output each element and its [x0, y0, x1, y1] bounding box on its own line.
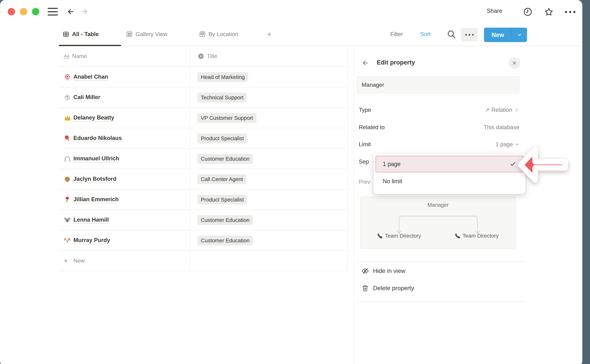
row-value: This database	[484, 124, 519, 130]
dropdown-option-1-page[interactable]: 1 page	[376, 156, 524, 172]
option-label: 1 page	[383, 161, 400, 167]
close-window-button[interactable]	[8, 8, 15, 15]
action-label: Hide in view	[373, 267, 405, 274]
page-name-link[interactable]: Jillian Emmerich	[73, 196, 119, 203]
tab-label: All - Table	[72, 31, 99, 38]
row-label: Limit	[357, 141, 371, 148]
property-name-input[interactable]	[357, 77, 519, 93]
panel-section-divider	[355, 261, 525, 262]
hide-in-view-button[interactable]: Hide in view	[361, 264, 405, 278]
preview-root-label: Manager	[361, 202, 516, 208]
title-tag[interactable]: Product Specialist	[197, 195, 247, 205]
view-options-button[interactable]	[461, 28, 478, 41]
sort-button[interactable]: Sort	[420, 23, 431, 46]
chevron-right-icon	[514, 107, 519, 113]
crown-icon	[64, 114, 71, 122]
add-view-button[interactable]: +	[267, 23, 271, 46]
title-tag[interactable]: Call Center Agent	[197, 174, 246, 184]
updates-clock-icon[interactable]	[523, 7, 532, 17]
panel-close-button[interactable]: ×	[509, 57, 520, 69]
tab-gallery-view[interactable]: Gallery View	[126, 23, 167, 46]
filter-button[interactable]: Filter	[390, 23, 403, 46]
rose-icon	[64, 196, 71, 203]
text-property-icon: Aa	[64, 54, 69, 59]
page-name-link[interactable]: Lenna Hamill	[73, 216, 109, 224]
minimize-window-button[interactable]	[20, 8, 27, 15]
page-name-link[interactable]: Delaney Beatty	[73, 114, 114, 122]
table-row[interactable]: Eduardo Nikolaus Product Specialist	[59, 128, 347, 149]
separate-row-label-clipped: Sep	[359, 156, 369, 168]
panel-back-icon[interactable]	[361, 59, 369, 67]
column-header-title[interactable]: Title	[198, 46, 217, 66]
trash-icon	[361, 284, 369, 292]
title-tag[interactable]: VP Customer Support	[197, 113, 256, 123]
page-name-link[interactable]: Murray Purdy	[73, 237, 110, 244]
new-row-button[interactable]: + New	[59, 251, 347, 271]
forward-arrow-icon[interactable]	[80, 7, 89, 16]
share-button[interactable]: Share	[487, 8, 502, 14]
new-button[interactable]: New	[484, 28, 527, 42]
table-row[interactable]: Immanuel Ullrich Customer Education	[59, 149, 347, 169]
app-window: Share All - Table Gallery View By Locati…	[0, 0, 582, 364]
title-tag[interactable]: Technical Support	[197, 93, 247, 103]
headphones-icon	[64, 155, 71, 162]
new-row-label: New	[73, 258, 85, 264]
table-view-icon	[63, 31, 69, 38]
title-tag[interactable]: Head of Marketing	[197, 72, 248, 82]
dropdown-option-no-limit[interactable]: No limit	[376, 173, 524, 189]
eye-off-icon	[361, 267, 369, 275]
table-row[interactable]: Lenna Hamill Customer Education	[59, 210, 347, 230]
close-icon: ×	[512, 59, 517, 67]
preview-label-clipped: Prev	[359, 176, 370, 188]
limit-dropdown-menu: 1 page No limit	[373, 154, 525, 194]
column-label: Title	[207, 53, 217, 59]
related-to-row[interactable]: Related to This database	[357, 121, 519, 133]
search-icon[interactable]	[446, 29, 457, 39]
cookie-icon	[64, 176, 71, 183]
new-dropdown-button[interactable]	[512, 32, 527, 38]
title-tag[interactable]: Customer Education	[197, 236, 253, 245]
back-arrow-icon[interactable]	[66, 7, 75, 16]
sidebar-menu-icon[interactable]	[48, 8, 58, 15]
new-button-label: New	[484, 32, 512, 38]
table-row[interactable]: Cali Miller Technical Support	[59, 87, 347, 108]
title-tag[interactable]: Customer Education	[197, 215, 253, 225]
delete-property-button[interactable]: Delete property	[361, 281, 414, 295]
preview-child: Team Directory	[377, 233, 421, 239]
title-tag[interactable]: Customer Education	[197, 154, 253, 164]
property-type-row[interactable]: Type ↗ Relation	[357, 104, 519, 116]
action-label: Delete property	[373, 285, 414, 292]
window-more-icon[interactable]	[564, 9, 576, 15]
favorite-star-icon[interactable]	[544, 7, 554, 17]
page-name-link[interactable]: Jaclyn Botsford	[73, 176, 117, 183]
panel-section-divider	[355, 301, 525, 302]
limit-row[interactable]: Limit 1 page	[357, 138, 519, 150]
page-name-link[interactable]: Immanuel Ullrich	[73, 155, 119, 162]
ferris-wheel-icon	[64, 74, 71, 81]
table-row[interactable]: Murray Purdy Customer Education	[59, 230, 347, 251]
row-value: Relation	[491, 107, 512, 113]
table-row[interactable]: Anabel Chan Head of Marketing	[59, 67, 347, 87]
preview-child-label: Team Directory	[385, 233, 421, 239]
column-label: Name	[72, 53, 87, 59]
table-row[interactable]: Jillian Emmerich Product Specialist	[59, 189, 347, 210]
active-tab-underline	[59, 45, 121, 46]
zoom-window-button[interactable]	[32, 8, 39, 15]
page-name-link[interactable]: Eduardo Nikolaus	[73, 135, 122, 142]
table-right-border	[347, 46, 348, 271]
column-header-name[interactable]: Aa Name	[64, 46, 87, 66]
dog-icon	[64, 237, 71, 244]
table-row[interactable]: Jaclyn Botsford Call Center Agent	[59, 169, 347, 189]
option-label: No limit	[383, 178, 402, 185]
table-row[interactable]: Delaney Beatty VP Customer Support	[59, 108, 347, 128]
preview-child: Team Directory	[455, 233, 498, 239]
title-tag[interactable]: Product Specialist	[197, 133, 247, 143]
row-value: 1 page	[496, 141, 513, 148]
page-name-link[interactable]: Cali Miller	[73, 94, 100, 101]
tab-by-location[interactable]: By Location	[199, 23, 238, 46]
relation-preview: Manager Team Directory Team Directory	[360, 197, 516, 249]
gallery-view-icon	[126, 31, 133, 38]
tab-all-table[interactable]: All - Table	[63, 23, 99, 46]
tab-label: Gallery View	[136, 31, 167, 38]
page-name-link[interactable]: Anabel Chan	[73, 73, 108, 81]
